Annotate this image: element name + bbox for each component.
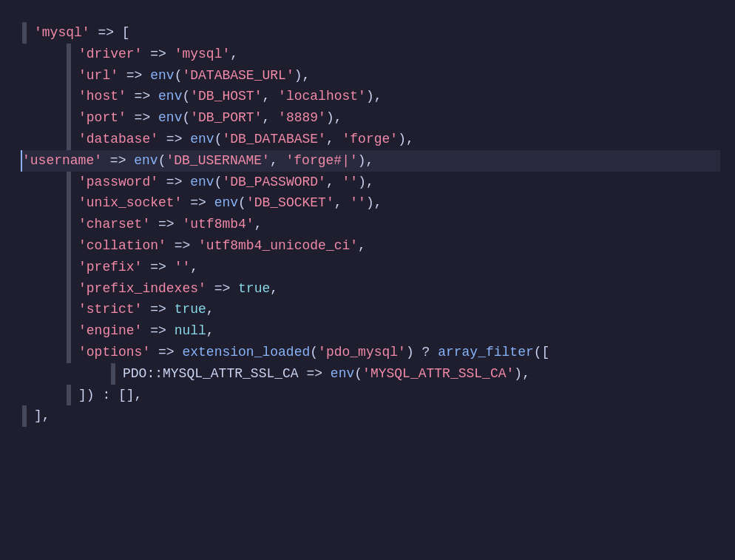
code-line-prefix: 'prefix' => '', [67, 257, 720, 278]
code-token: , [334, 192, 350, 214]
code-token: , [190, 257, 198, 278]
code-token: env [150, 65, 174, 87]
left-bar [22, 22, 27, 44]
code-token: ( [175, 65, 183, 87]
code-token: 'driver' [78, 44, 142, 65]
code-token: 'collation' [78, 235, 166, 257]
code-token: ( [158, 150, 166, 172]
code-token: ) [366, 86, 374, 107]
code-token: 'localhost' [278, 86, 366, 107]
code-token: , [206, 299, 214, 320]
code-token: , [406, 129, 414, 150]
left-bar [67, 214, 71, 235]
code-token: => [158, 172, 190, 193]
code-token: ( [354, 363, 362, 385]
code-line-url: 'url' => env('DATABASE_URL'), [67, 65, 720, 87]
code-token: , [206, 320, 214, 342]
code-line-charset: 'charset' => 'utf8mb4', [67, 214, 720, 235]
code-line-strict: 'strict' => true, [67, 299, 720, 320]
code-token: 'host' [78, 86, 126, 107]
code-line-prefix-indexes: 'prefix_indexes' => true, [67, 278, 720, 300]
code-token: 'options' [78, 342, 150, 363]
code-token: ) [514, 363, 522, 385]
left-bar [67, 192, 71, 214]
left-bar [67, 278, 71, 300]
left-bar [67, 172, 71, 193]
code-token: ( [214, 129, 223, 150]
left-bar [67, 44, 71, 65]
code-token: '' [175, 257, 191, 278]
code-token: => [158, 129, 190, 150]
code-line-database: 'database' => env('DB_DATABASE', 'forge'… [67, 129, 720, 150]
code-token: PDO::MYSQL_ATTR_SSL_CA [123, 363, 299, 385]
code-token: => [150, 214, 182, 235]
code-line-host: 'host' => env('DB_HOST', 'localhost'), [67, 86, 720, 107]
code-line-options: 'options' => extension_loaded('pdo_mysql… [67, 342, 720, 363]
code-line-password: 'password' => env('DB_PASSWORD', ''), [67, 172, 720, 193]
code-token: 'mysql' [34, 22, 90, 44]
code-token-username: 'username' [22, 150, 102, 172]
code-token: 'password' [78, 172, 158, 193]
code-token: => [142, 44, 174, 65]
code-token: 'unix_socket' [78, 192, 182, 214]
code-token: , [302, 65, 311, 87]
code-token: ) [398, 129, 406, 150]
code-line-pdo: PDO::MYSQL_ATTR_SSL_CA => env('MYSQL_ATT… [111, 363, 720, 385]
code-token: extension_loaded [182, 342, 310, 363]
code-token: ], [34, 405, 50, 427]
code-token: ( [238, 192, 246, 214]
code-token: array_filter [438, 342, 534, 363]
code-token: '' [350, 192, 366, 214]
code-token: ? [414, 342, 438, 363]
code-line-driver: 'driver' => 'mysql', [67, 44, 720, 65]
code-token: => [150, 342, 182, 363]
left-bar [67, 385, 71, 406]
code-token: true [175, 299, 206, 320]
code-token: env [158, 86, 182, 107]
code-token: 'utf8mb4' [182, 214, 254, 235]
code-token: , [254, 214, 262, 235]
code-token: 'strict' [78, 299, 142, 320]
code-token: ]) : [], [78, 385, 142, 406]
code-token: => [206, 278, 238, 300]
code-line-mysql-open: 'mysql' => [ [22, 22, 720, 44]
code-token: ) [358, 172, 366, 193]
code-token: , [522, 363, 530, 385]
code-token: ( [182, 86, 190, 107]
left-bar [67, 257, 71, 278]
left-bar [67, 299, 71, 320]
code-token: 'DB_DATABASE' [222, 129, 325, 150]
left-bar [67, 107, 71, 129]
code-token: ( [214, 172, 223, 193]
code-token: env [134, 150, 158, 172]
code-editor: 'mysql' => [ 'driver' => 'mysql', 'url' … [0, 0, 735, 560]
code-token: ) [406, 342, 414, 363]
code-token: '' [342, 172, 359, 193]
code-token: => [102, 150, 134, 172]
code-token: => [126, 86, 158, 107]
code-token: , [334, 107, 342, 129]
code-token: ) [358, 150, 366, 172]
code-line-collation: 'collation' => 'utf8mb4_unicode_ci', [67, 235, 720, 257]
code-line-username: 'username' => env('DB_USERNAME', 'forge#… [21, 150, 720, 172]
code-token: 'database' [78, 129, 158, 150]
code-line-port: 'port' => env('DB_PORT', '8889'), [67, 107, 720, 129]
code-token: , [270, 150, 286, 172]
code-token: env [158, 107, 182, 129]
code-token: => [166, 235, 198, 257]
code-token: '8889' [278, 107, 326, 129]
left-bar [67, 65, 71, 87]
code-token: => [142, 320, 174, 342]
code-token: , [374, 192, 382, 214]
code-token: , [262, 86, 278, 107]
code-token: , [262, 107, 278, 129]
code-token: , [230, 44, 238, 65]
code-token: , [270, 278, 278, 300]
code-token: , [366, 172, 374, 193]
code-token: 'port' [78, 107, 126, 129]
code-token: 'DB_PASSWORD' [222, 172, 325, 193]
code-token: 'prefix_indexes' [78, 278, 206, 300]
code-token: ) [366, 192, 374, 214]
left-bar [67, 86, 71, 107]
code-token: env [190, 129, 214, 150]
